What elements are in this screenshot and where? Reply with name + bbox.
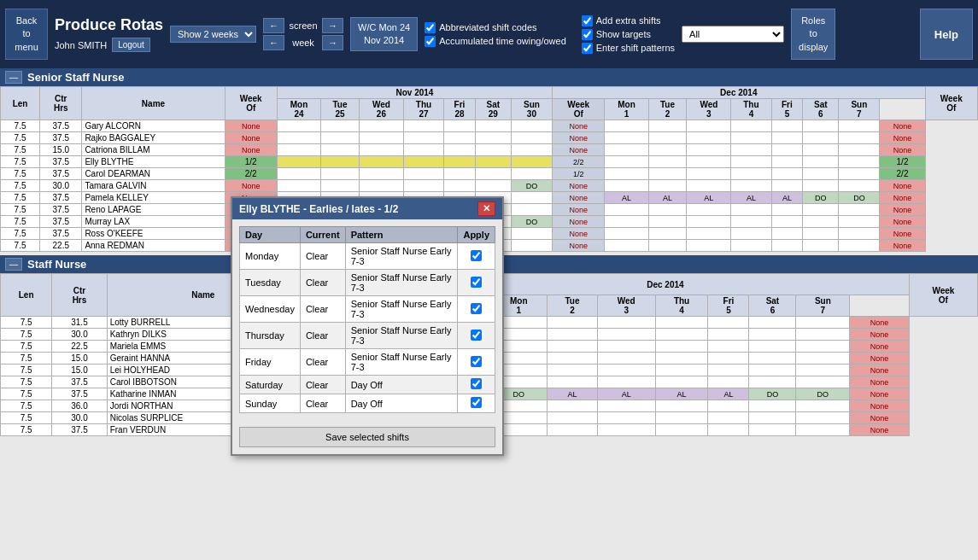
cell-day[interactable] [605,144,648,156]
cell-day[interactable]: AL [687,192,731,204]
show-targets-checkbox[interactable] [582,29,593,40]
cell-day[interactable] [687,156,731,168]
cell-day[interactable] [749,400,796,412]
cell-day[interactable] [839,228,880,240]
cell-day[interactable] [444,156,476,168]
cell-day[interactable] [731,120,771,132]
cell-day[interactable] [321,156,360,168]
cell-day[interactable] [655,353,708,365]
cell-day[interactable] [511,204,552,216]
cell-day[interactable]: DO [796,388,850,400]
cell-day[interactable] [277,180,320,192]
cell-day[interactable] [771,120,803,132]
cell-day[interactable] [655,424,708,436]
dialog-apply-checkbox[interactable] [471,303,482,314]
cell-name[interactable]: Gary ALCORN [82,120,225,132]
screen-prev-button[interactable]: ← [263,18,284,33]
cell-day[interactable] [749,424,796,436]
cell-day[interactable] [771,144,803,156]
cell-day[interactable]: DO [511,180,552,192]
cell-day[interactable] [605,240,648,252]
cell-day[interactable] [771,204,803,216]
accumulated-time-checkbox[interactable] [425,36,436,47]
cell-day[interactable]: AL [771,192,803,204]
cell-day[interactable] [359,132,403,144]
cell-day[interactable] [648,180,687,192]
cell-day[interactable] [648,168,687,180]
cell-day[interactable] [708,424,749,436]
cell-day[interactable] [731,156,771,168]
cell-name[interactable]: Reno LAPAGE [82,204,225,216]
cell-day[interactable] [597,365,655,376]
dialog-apply-cell[interactable] [458,296,495,323]
cell-day[interactable] [597,341,655,353]
cell-day[interactable] [839,144,880,156]
cell-day[interactable] [731,240,771,252]
cell-day[interactable] [444,120,476,132]
cell-day[interactable] [803,120,839,132]
cell-day[interactable]: DO [749,388,796,400]
cell-day[interactable] [444,132,476,144]
cell-day[interactable] [548,353,598,365]
cell-day[interactable] [511,120,552,132]
cell-day[interactable] [511,144,552,156]
cell-day[interactable] [655,412,708,424]
dialog-apply-cell[interactable] [458,243,495,270]
cell-day[interactable] [708,353,749,365]
extra-shifts-checkbox[interactable] [582,15,593,26]
enter-patterns-checkbox-row[interactable]: Enter shift patterns [582,43,675,54]
cell-day[interactable] [321,180,360,192]
elly-blythe-dialog[interactable]: Elly BLYTHE - Earlies / lates - 1/2 ✕ Da… [231,196,504,456]
cell-day[interactable] [475,180,511,192]
cell-day[interactable] [655,317,708,329]
cell-day[interactable] [803,144,839,156]
cell-day[interactable] [475,132,511,144]
cell-day[interactable]: AL [708,388,749,400]
extra-shifts-checkbox-row[interactable]: Add extra shifts [582,15,675,26]
cell-day[interactable] [749,365,796,376]
cell-day[interactable] [731,144,771,156]
filter-select[interactable]: All [682,26,784,43]
cell-day[interactable] [359,156,403,168]
abbreviated-codes-checkbox[interactable] [425,22,436,33]
cell-day[interactable] [803,240,839,252]
dialog-apply-cell[interactable] [458,349,495,376]
dialog-apply-cell[interactable] [458,323,495,349]
cell-day[interactable] [403,144,443,156]
cell-day[interactable] [708,329,749,341]
cell-day[interactable] [444,168,476,180]
cell-day[interactable] [771,216,803,228]
cell-day[interactable] [403,132,443,144]
logout-button[interactable]: Logout [112,38,150,52]
cell-day[interactable] [749,329,796,341]
cell-day[interactable] [749,412,796,424]
senior-staff-nurse-toggle-button[interactable]: — [5,71,22,84]
show-targets-checkbox-row[interactable]: Show targets [582,29,675,40]
cell-day[interactable]: DO [839,192,880,204]
cell-day[interactable] [548,341,598,353]
cell-day[interactable] [597,400,655,412]
cell-name[interactable]: Pamela KELLEY [82,192,225,204]
cell-day[interactable] [803,168,839,180]
cell-day[interactable] [475,120,511,132]
cell-day[interactable] [444,144,476,156]
staff-nurse-toggle-button[interactable]: — [5,258,22,271]
cell-day[interactable] [648,216,687,228]
cell-name[interactable]: Anna REDMAN [82,240,225,252]
dialog-apply-cell[interactable] [458,270,495,296]
cell-day[interactable] [796,376,850,388]
cell-day[interactable] [839,132,880,144]
cell-day[interactable]: DO [511,216,552,228]
cell-day[interactable] [277,144,320,156]
cell-day[interactable] [548,317,598,329]
cell-day[interactable] [796,329,850,341]
cell-day[interactable] [771,228,803,240]
cell-day[interactable] [687,132,731,144]
cell-day[interactable] [511,228,552,240]
cell-day[interactable] [731,228,771,240]
cell-day[interactable] [708,400,749,412]
cell-day[interactable] [321,120,360,132]
cell-day[interactable] [803,180,839,192]
cell-day[interactable] [839,120,880,132]
accumulated-time-checkbox-row[interactable]: Accumulated time owing/owed [425,36,566,47]
